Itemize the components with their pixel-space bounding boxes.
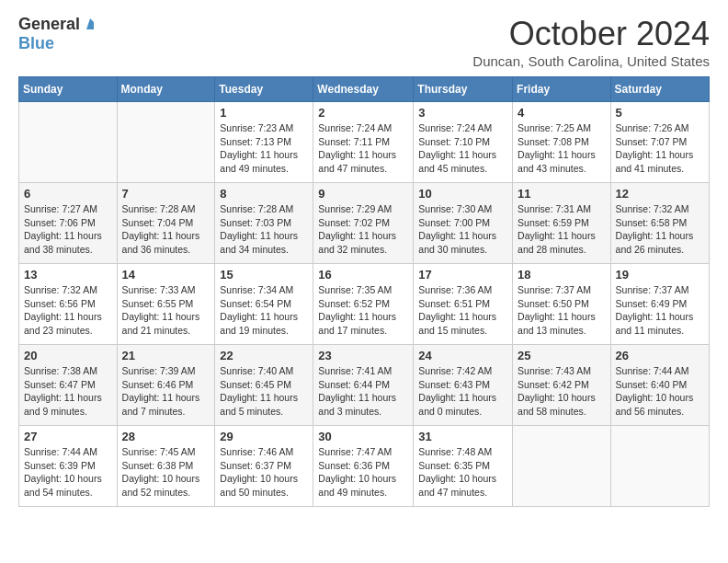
weekday-header-friday: Friday <box>513 77 611 102</box>
day-number: 21 <box>122 349 210 362</box>
day-info: Sunrise: 7:24 AM Sunset: 7:11 PM Dayligh… <box>318 121 408 176</box>
day-number: 24 <box>418 349 507 362</box>
day-number: 20 <box>24 349 112 362</box>
calendar-cell: 15Sunrise: 7:34 AM Sunset: 6:54 PM Dayli… <box>215 264 313 345</box>
day-info: Sunrise: 7:28 AM Sunset: 7:03 PM Dayligh… <box>220 202 308 257</box>
calendar-cell: 1Sunrise: 7:23 AM Sunset: 7:13 PM Daylig… <box>215 102 313 183</box>
day-info: Sunrise: 7:28 AM Sunset: 7:04 PM Dayligh… <box>122 202 210 257</box>
day-number: 13 <box>24 268 112 282</box>
calendar-cell: 3Sunrise: 7:24 AM Sunset: 7:10 PM Daylig… <box>414 102 513 183</box>
weekday-header-saturday: Saturday <box>610 77 709 102</box>
day-info: Sunrise: 7:34 AM Sunset: 6:54 PM Dayligh… <box>220 283 308 338</box>
calendar-cell: 8Sunrise: 7:28 AM Sunset: 7:03 PM Daylig… <box>215 183 313 264</box>
day-info: Sunrise: 7:41 AM Sunset: 6:44 PM Dayligh… <box>318 364 408 419</box>
calendar-cell: 28Sunrise: 7:45 AM Sunset: 6:38 PM Dayli… <box>117 426 215 507</box>
day-info: Sunrise: 7:23 AM Sunset: 7:13 PM Dayligh… <box>220 121 308 176</box>
calendar-cell: 24Sunrise: 7:42 AM Sunset: 6:43 PM Dayli… <box>414 345 513 426</box>
calendar-cell: 9Sunrise: 7:29 AM Sunset: 7:02 PM Daylig… <box>313 183 414 264</box>
day-info: Sunrise: 7:44 AM Sunset: 6:40 PM Dayligh… <box>616 364 704 419</box>
calendar-cell <box>19 102 118 183</box>
day-number: 15 <box>220 268 308 282</box>
day-number: 9 <box>318 187 408 201</box>
weekday-header-monday: Monday <box>117 77 215 102</box>
day-info: Sunrise: 7:37 AM Sunset: 6:49 PM Dayligh… <box>616 283 704 338</box>
day-info: Sunrise: 7:25 AM Sunset: 7:08 PM Dayligh… <box>518 121 606 176</box>
day-info: Sunrise: 7:37 AM Sunset: 6:50 PM Dayligh… <box>518 283 606 338</box>
calendar-cell: 22Sunrise: 7:40 AM Sunset: 6:45 PM Dayli… <box>215 345 313 426</box>
calendar-cell: 17Sunrise: 7:36 AM Sunset: 6:51 PM Dayli… <box>414 264 513 345</box>
calendar-cell: 20Sunrise: 7:38 AM Sunset: 6:47 PM Dayli… <box>19 345 118 426</box>
calendar-cell: 14Sunrise: 7:33 AM Sunset: 6:55 PM Dayli… <box>117 264 215 345</box>
calendar-cell: 7Sunrise: 7:28 AM Sunset: 7:04 PM Daylig… <box>117 183 215 264</box>
day-info: Sunrise: 7:36 AM Sunset: 6:51 PM Dayligh… <box>418 283 507 338</box>
day-info: Sunrise: 7:32 AM Sunset: 6:56 PM Dayligh… <box>24 283 112 338</box>
day-number: 19 <box>616 268 704 282</box>
weekday-header-thursday: Thursday <box>414 77 513 102</box>
day-info: Sunrise: 7:48 AM Sunset: 6:35 PM Dayligh… <box>418 445 507 500</box>
day-number: 25 <box>518 349 606 362</box>
day-number: 4 <box>518 106 606 120</box>
day-info: Sunrise: 7:38 AM Sunset: 6:47 PM Dayligh… <box>24 364 112 419</box>
day-number: 5 <box>616 106 704 120</box>
day-number: 23 <box>318 349 408 362</box>
day-info: Sunrise: 7:39 AM Sunset: 6:46 PM Dayligh… <box>122 364 210 419</box>
day-number: 17 <box>418 268 507 282</box>
day-info: Sunrise: 7:43 AM Sunset: 6:42 PM Dayligh… <box>518 364 606 419</box>
week-row-2: 6Sunrise: 7:27 AM Sunset: 7:06 PM Daylig… <box>19 183 710 264</box>
svg-marker-0 <box>86 18 94 29</box>
day-info: Sunrise: 7:40 AM Sunset: 6:45 PM Dayligh… <box>220 364 308 419</box>
day-number: 29 <box>220 430 308 443</box>
day-number: 16 <box>318 268 408 282</box>
weekday-header-wednesday: Wednesday <box>313 77 414 102</box>
week-row-5: 27Sunrise: 7:44 AM Sunset: 6:39 PM Dayli… <box>19 426 710 507</box>
day-info: Sunrise: 7:47 AM Sunset: 6:36 PM Dayligh… <box>318 445 408 500</box>
logo: General Blue <box>18 15 97 53</box>
day-info: Sunrise: 7:26 AM Sunset: 7:07 PM Dayligh… <box>616 121 704 176</box>
logo-arrow-icon <box>83 17 97 35</box>
calendar-cell: 18Sunrise: 7:37 AM Sunset: 6:50 PM Dayli… <box>513 264 611 345</box>
calendar-cell: 27Sunrise: 7:44 AM Sunset: 6:39 PM Dayli… <box>19 426 118 507</box>
calendar-cell: 29Sunrise: 7:46 AM Sunset: 6:37 PM Dayli… <box>215 426 313 507</box>
day-info: Sunrise: 7:33 AM Sunset: 6:55 PM Dayligh… <box>122 283 210 338</box>
calendar-cell: 13Sunrise: 7:32 AM Sunset: 6:56 PM Dayli… <box>19 264 118 345</box>
calendar-cell: 12Sunrise: 7:32 AM Sunset: 6:58 PM Dayli… <box>610 183 709 264</box>
day-number: 14 <box>122 268 210 282</box>
day-number: 12 <box>616 187 704 201</box>
day-info: Sunrise: 7:31 AM Sunset: 6:59 PM Dayligh… <box>518 202 606 257</box>
calendar-cell: 2Sunrise: 7:24 AM Sunset: 7:11 PM Daylig… <box>313 102 414 183</box>
location-title: Duncan, South Carolina, United States <box>472 53 710 69</box>
calendar-cell: 6Sunrise: 7:27 AM Sunset: 7:06 PM Daylig… <box>19 183 118 264</box>
calendar-cell: 30Sunrise: 7:47 AM Sunset: 6:36 PM Dayli… <box>313 426 414 507</box>
day-info: Sunrise: 7:45 AM Sunset: 6:38 PM Dayligh… <box>122 445 210 500</box>
day-number: 2 <box>318 106 408 120</box>
day-number: 26 <box>616 349 704 362</box>
day-info: Sunrise: 7:29 AM Sunset: 7:02 PM Dayligh… <box>318 202 408 257</box>
calendar-cell: 10Sunrise: 7:30 AM Sunset: 7:00 PM Dayli… <box>414 183 513 264</box>
calendar-cell: 23Sunrise: 7:41 AM Sunset: 6:44 PM Dayli… <box>313 345 414 426</box>
weekday-header-tuesday: Tuesday <box>215 77 313 102</box>
week-row-3: 13Sunrise: 7:32 AM Sunset: 6:56 PM Dayli… <box>19 264 710 345</box>
logo-blue-text: Blue <box>18 35 97 53</box>
day-number: 31 <box>418 430 507 443</box>
day-info: Sunrise: 7:27 AM Sunset: 7:06 PM Dayligh… <box>24 202 112 257</box>
calendar-cell: 4Sunrise: 7:25 AM Sunset: 7:08 PM Daylig… <box>513 102 611 183</box>
calendar-cell: 26Sunrise: 7:44 AM Sunset: 6:40 PM Dayli… <box>610 345 709 426</box>
calendar-cell: 21Sunrise: 7:39 AM Sunset: 6:46 PM Dayli… <box>117 345 215 426</box>
calendar-cell: 31Sunrise: 7:48 AM Sunset: 6:35 PM Dayli… <box>414 426 513 507</box>
calendar-cell <box>513 426 611 507</box>
week-row-1: 1Sunrise: 7:23 AM Sunset: 7:13 PM Daylig… <box>19 102 710 183</box>
calendar-cell: 11Sunrise: 7:31 AM Sunset: 6:59 PM Dayli… <box>513 183 611 264</box>
calendar-cell: 16Sunrise: 7:35 AM Sunset: 6:52 PM Dayli… <box>313 264 414 345</box>
weekday-header-sunday: Sunday <box>19 77 118 102</box>
day-info: Sunrise: 7:44 AM Sunset: 6:39 PM Dayligh… <box>24 445 112 500</box>
logo-general-text: General <box>18 16 80 34</box>
day-number: 10 <box>418 187 507 201</box>
day-info: Sunrise: 7:46 AM Sunset: 6:37 PM Dayligh… <box>220 445 308 500</box>
day-info: Sunrise: 7:42 AM Sunset: 6:43 PM Dayligh… <box>418 364 507 419</box>
day-number: 28 <box>122 430 210 443</box>
day-number: 6 <box>24 187 112 201</box>
week-row-4: 20Sunrise: 7:38 AM Sunset: 6:47 PM Dayli… <box>19 345 710 426</box>
day-number: 1 <box>220 106 308 120</box>
calendar-cell <box>117 102 215 183</box>
day-number: 22 <box>220 349 308 362</box>
